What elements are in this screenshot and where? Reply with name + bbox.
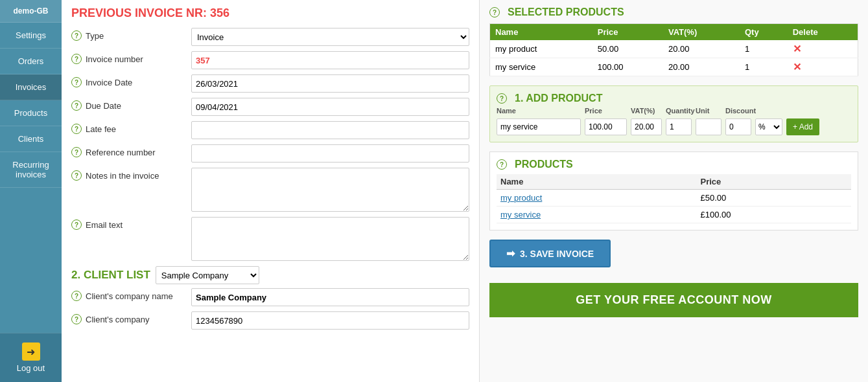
sidebar-item-settings[interactable]: Settings [0, 23, 62, 49]
type-select[interactable]: Invoice Quote Credit Note [191, 28, 469, 46]
logout-icon: ➜ [22, 343, 40, 361]
add-discount-input[interactable] [725, 118, 751, 135]
add-product-form: % £ + Add [497, 118, 851, 135]
email-text-help-icon[interactable]: ? [71, 219, 82, 230]
logout-button[interactable]: ➜ Log out [0, 333, 62, 382]
products-help-icon[interactable]: ? [497, 159, 507, 170]
selected-products-table: Name Price VAT(%) Qty Delete my product … [489, 23, 858, 76]
notes-textarea[interactable] [191, 168, 469, 212]
add-product-button[interactable]: + Add [786, 118, 819, 135]
invoice-number-input[interactable] [191, 51, 469, 69]
table-row: my product 50.00 20.00 1 ✕ [490, 40, 858, 58]
reference-number-row: ? Reference number [71, 144, 469, 163]
products-section: ? PRODUCTS Name Price my product £50.00 … [489, 152, 858, 230]
col-price: Price [592, 24, 663, 41]
add-product-col-headers: Name Price VAT(%) Quantity Unit Discount [497, 107, 851, 115]
prod-col-name: Name [497, 174, 696, 190]
notes-help-icon[interactable]: ? [71, 170, 82, 181]
selected-products-help-icon[interactable]: ? [489, 7, 500, 17]
add-name-input[interactable] [497, 118, 581, 135]
email-text-textarea[interactable] [191, 217, 469, 261]
sidebar-item-invoices[interactable]: Invoices [0, 74, 62, 100]
right-panel: ? SELECTED PRODUCTS Name Price VAT(%) Qt… [480, 0, 868, 382]
free-account-banner[interactable]: GET YOUR FREE ACCOUNT NOW [489, 283, 858, 317]
client-company-name-input[interactable] [191, 288, 469, 306]
col-name: Name [490, 24, 592, 41]
client-section-header: 2. CLIENT LIST Sample Company Other Clie… [71, 266, 469, 284]
invoice-date-input[interactable] [191, 74, 469, 93]
add-product-section: ? 1. ADD PRODUCT Name Price VAT(%) Quant… [489, 85, 858, 142]
notes-row: ? Notes in the invoice [71, 168, 469, 212]
sidebar-item-recurring[interactable]: Recurring invoices [0, 152, 62, 188]
client-company-help-icon[interactable]: ? [71, 314, 82, 324]
reference-number-input[interactable] [191, 144, 469, 163]
products-table: Name Price my product £50.00 my service … [497, 174, 851, 223]
sidebar-item-clients[interactable]: Clients [0, 126, 62, 152]
reference-number-help-icon[interactable]: ? [71, 147, 82, 157]
add-unit-input[interactable] [696, 118, 721, 135]
sidebar: demo-GB Settings Orders Invoices Product… [0, 0, 62, 382]
selected-products-header: ? SELECTED PRODUCTS [489, 6, 858, 18]
add-product-header: ? 1. ADD PRODUCT [497, 93, 851, 104]
late-fee-input[interactable] [191, 121, 469, 139]
type-help-icon[interactable]: ? [71, 30, 82, 41]
delete-icon[interactable]: ✕ [793, 43, 801, 54]
left-panel: PREVIOUS INVOICE NR: 356 ? Type Invoice … [62, 0, 480, 382]
add-price-input[interactable] [585, 118, 627, 135]
sidebar-bottom: ➜ Log out [0, 333, 62, 382]
client-company-name-row: ? Client's company name [71, 288, 469, 306]
client-company-row: ? Client's company [71, 311, 469, 330]
type-row: ? Type Invoice Quote Credit Note [71, 28, 469, 46]
late-fee-help-icon[interactable]: ? [71, 124, 82, 134]
prev-invoice-title: PREVIOUS INVOICE NR: 356 [71, 6, 469, 20]
email-text-row: ? Email text [71, 217, 469, 261]
add-quantity-input[interactable] [666, 118, 692, 135]
prod-col-price: Price [696, 174, 851, 190]
list-item: my product £50.00 [497, 190, 851, 207]
sidebar-item-demo[interactable]: demo-GB [0, 0, 62, 23]
invoice-date-row: ? Invoice Date [71, 74, 469, 93]
table-row: my service 100.00 20.00 1 ✕ [490, 58, 858, 76]
client-list-title: 2. CLIENT LIST [71, 269, 150, 282]
add-vat-input[interactable] [631, 118, 662, 135]
invoice-number-row: ? Invoice number [71, 51, 469, 69]
client-dropdown[interactable]: Sample Company Other Client [156, 266, 259, 284]
due-date-help-icon[interactable]: ? [71, 100, 82, 111]
product-link[interactable]: my product [500, 193, 542, 203]
sidebar-item-products[interactable]: Products [0, 100, 62, 126]
list-item: my service £100.00 [497, 207, 851, 223]
sidebar-item-orders[interactable]: Orders [0, 49, 62, 74]
main-content: PREVIOUS INVOICE NR: 356 ? Type Invoice … [62, 0, 868, 382]
due-date-input[interactable] [191, 98, 469, 116]
col-vat: VAT(%) [663, 24, 740, 41]
save-invoice-arrow-icon: ➡ [506, 247, 515, 260]
invoice-number-help-icon[interactable]: ? [71, 54, 82, 64]
col-qty: Qty [740, 24, 788, 41]
product-link[interactable]: my service [500, 210, 541, 219]
delete-icon[interactable]: ✕ [793, 62, 801, 73]
due-date-row: ? Due Date [71, 98, 469, 116]
late-fee-row: ? Late fee [71, 121, 469, 139]
discount-type-select[interactable]: % £ [755, 118, 782, 135]
products-header: ? PRODUCTS [497, 159, 851, 170]
col-delete: Delete [788, 24, 858, 41]
client-company-input[interactable] [191, 311, 469, 330]
add-product-help-icon[interactable]: ? [497, 93, 507, 104]
invoice-date-help-icon[interactable]: ? [71, 77, 82, 87]
client-company-name-help-icon[interactable]: ? [71, 291, 82, 301]
save-invoice-button[interactable]: ➡ 3. SAVE INVOICE [489, 240, 611, 267]
